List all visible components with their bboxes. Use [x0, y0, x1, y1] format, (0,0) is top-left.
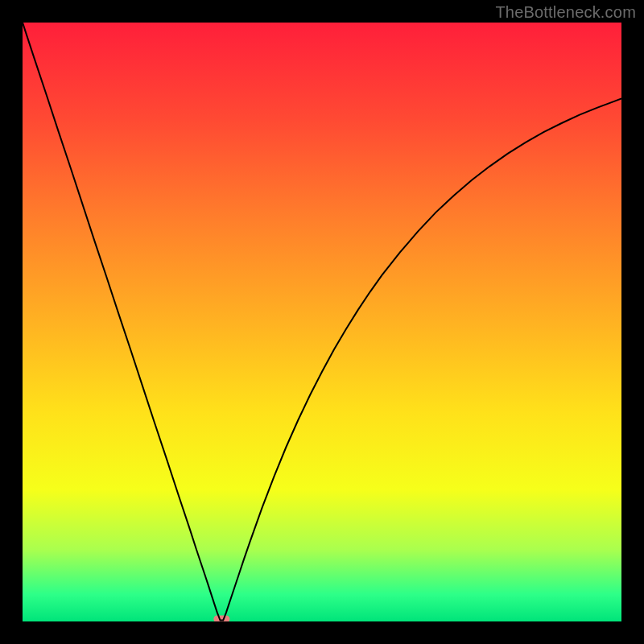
- chart-frame: [23, 23, 621, 621]
- gradient-background: [23, 23, 621, 621]
- chart-svg: [23, 23, 621, 621]
- watermark-text: TheBottleneck.com: [495, 3, 636, 22]
